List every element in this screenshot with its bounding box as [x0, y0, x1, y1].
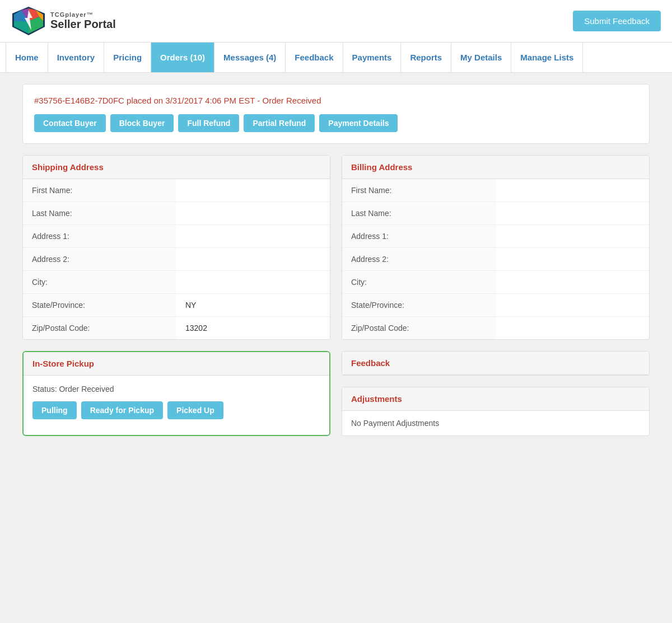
seller-portal-label: Seller Portal [50, 18, 116, 31]
logo-area: TCGplayer™ Seller Portal [11, 6, 116, 36]
field-value [176, 202, 330, 225]
field-value [176, 179, 330, 202]
table-row: State/Province:NY [23, 294, 330, 317]
nav-item-home[interactable]: Home [6, 43, 48, 72]
block-buyer-button[interactable]: Block Buyer [110, 114, 174, 132]
ready-for-pickup-button[interactable]: Ready for Pickup [81, 401, 163, 419]
field-value: NY [176, 294, 330, 317]
nav-item-inventory[interactable]: Inventory [48, 43, 105, 72]
feedback-header: Feedback [342, 352, 649, 375]
table-row: State/Province: [342, 294, 649, 317]
field-value [496, 294, 649, 317]
field-value [496, 202, 649, 225]
field-value [496, 271, 649, 294]
field-label: State/Province: [342, 294, 496, 317]
table-row: Zip/Postal Code: [342, 317, 649, 340]
adjustments-header: Adjustments [342, 387, 649, 411]
instore-pickup-box: In-Store Pickup Status: Order Received P… [22, 351, 330, 436]
bottom-section: In-Store Pickup Status: Order Received P… [22, 351, 650, 436]
picked-up-button[interactable]: Picked Up [167, 401, 223, 419]
adjustments-box: Adjustments No Payment Adjustments [342, 387, 650, 436]
contact-buyer-button[interactable]: Contact Buyer [34, 114, 106, 132]
shipping-address-box: Shipping Address First Name:Last Name:Ad… [22, 155, 330, 340]
field-label: Address 1: [23, 225, 176, 248]
billing-address-box: Billing Address First Name:Last Name:Add… [342, 155, 650, 340]
table-row: First Name: [342, 179, 649, 202]
nav-item-my-details[interactable]: My Details [451, 43, 511, 72]
navigation-bar: HomeInventoryPricingOrders (10)Messages … [0, 43, 672, 73]
field-label: City: [23, 271, 176, 294]
page-header: TCGplayer™ Seller Portal Submit Feedback [0, 0, 672, 43]
field-label: State/Province: [23, 294, 176, 317]
shipping-address-header: Shipping Address [23, 156, 330, 179]
field-label: First Name: [23, 179, 176, 202]
pulling-button[interactable]: Pulling [32, 401, 77, 419]
instore-pickup-header: In-Store Pickup [24, 352, 329, 376]
nav-item-feedback[interactable]: Feedback [286, 43, 343, 72]
full-refund-button[interactable]: Full Refund [178, 114, 239, 132]
field-label: Address 1: [342, 225, 496, 248]
field-label: City: [342, 271, 496, 294]
payment-details-button[interactable]: Payment Details [319, 114, 398, 132]
table-row: Last Name: [342, 202, 649, 225]
logo-text-area: TCGplayer™ Seller Portal [50, 11, 116, 31]
billing-address-header: Billing Address [342, 156, 649, 179]
table-row: Zip/Postal Code:13202 [23, 317, 330, 340]
field-value [176, 248, 330, 271]
feedback-box: Feedback [342, 351, 650, 376]
nav-item-orders-10[interactable]: Orders (10) [151, 43, 214, 72]
order-buttons: Contact Buyer Block Buyer Full Refund Pa… [34, 114, 638, 132]
nav-item-messages-4[interactable]: Messages (4) [214, 43, 286, 72]
main-content: #35756-E146B2-7D0FC placed on 3/31/2017 … [11, 73, 661, 447]
field-value [176, 271, 330, 294]
adjustments-body: No Payment Adjustments [342, 411, 649, 435]
table-row: City: [23, 271, 330, 294]
field-label: First Name: [342, 179, 496, 202]
field-label: Address 2: [23, 248, 176, 271]
instore-pickup-body: Status: Order Received Pulling Ready for… [24, 376, 329, 428]
table-row: City: [342, 271, 649, 294]
address-section: Shipping Address First Name:Last Name:Ad… [22, 155, 650, 340]
field-value [496, 248, 649, 271]
field-value [496, 317, 649, 340]
field-label: Zip/Postal Code: [342, 317, 496, 340]
field-value: 13202 [176, 317, 330, 340]
table-row: First Name: [23, 179, 330, 202]
table-row: Address 2: [23, 248, 330, 271]
order-header-box: #35756-E146B2-7D0FC placed on 3/31/2017 … [22, 84, 650, 144]
order-title: #35756-E146B2-7D0FC placed on 3/31/2017 … [34, 96, 638, 105]
partial-refund-button[interactable]: Partial Refund [244, 114, 315, 132]
shipping-address-table: First Name:Last Name:Address 1:Address 2… [23, 179, 330, 339]
nav-item-pricing[interactable]: Pricing [104, 43, 151, 72]
billing-address-table: First Name:Last Name:Address 1:Address 2… [342, 179, 649, 339]
field-label: Last Name: [23, 202, 176, 225]
table-row: Address 1: [23, 225, 330, 248]
field-label: Address 2: [342, 248, 496, 271]
table-row: Last Name: [23, 202, 330, 225]
nav-item-payments[interactable]: Payments [343, 43, 402, 72]
right-side-panels: Feedback Adjustments No Payment Adjustme… [342, 351, 650, 436]
field-value [496, 225, 649, 248]
field-label: Zip/Postal Code: [23, 317, 176, 340]
table-row: Address 1: [342, 225, 649, 248]
instore-buttons: Pulling Ready for Pickup Picked Up [32, 401, 320, 419]
nav-item-manage-lists[interactable]: Manage Lists [511, 43, 583, 72]
instore-status: Status: Order Received [32, 385, 320, 394]
field-label: Last Name: [342, 202, 496, 225]
nav-item-reports[interactable]: Reports [401, 43, 451, 72]
field-value [496, 179, 649, 202]
tcgplayer-logo [11, 6, 46, 36]
table-row: Address 2: [342, 248, 649, 271]
field-value [176, 225, 330, 248]
submit-feedback-button[interactable]: Submit Feedback [573, 11, 661, 31]
